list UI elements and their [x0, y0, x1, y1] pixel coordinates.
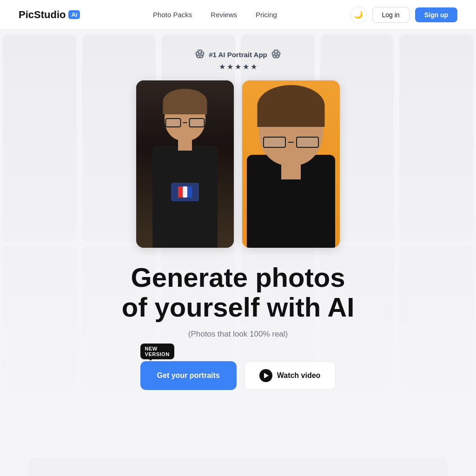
nav-pricing[interactable]: Pricing: [256, 11, 277, 19]
original-portrait-card: Original: [136, 80, 234, 248]
moon-icon: 🌙: [354, 10, 363, 19]
laurel-right-icon: 🏵: [271, 48, 281, 60]
stats-section: 3M+ photos generated ★ ★ ★ ★ ★ A B C D P…: [28, 457, 448, 476]
watch-video-button[interactable]: Watch video: [244, 361, 336, 390]
star-5: ★: [251, 62, 257, 71]
watch-video-label: Watch video: [277, 371, 321, 380]
award-stars: ★ ★ ★ ★ ★: [219, 62, 257, 71]
logo[interactable]: PicStudio Ai: [19, 9, 80, 21]
logo-text: PicStudio: [19, 9, 66, 21]
logo-ai-badge: Ai: [68, 10, 80, 19]
nav-actions: 🌙 Log in Sign up: [350, 7, 457, 23]
hero-section: 🏵 #1 AI Portrait App 🏵 ★ ★ ★ ★ ★: [0, 30, 476, 457]
stats-left: 3M+ photos generated ★ ★ ★ ★ ★ A B C D: [50, 474, 159, 476]
navbar: PicStudio Ai Photo Packs Reviews Pricing…: [0, 0, 476, 30]
nav-links: Photo Packs Reviews Pricing: [153, 11, 277, 19]
hero-content: 🏵 #1 AI Portrait App 🏵 ★ ★ ★ ★ ★: [122, 30, 355, 390]
new-version-badge: NEWVERSION: [140, 344, 174, 359]
hero-title-line2: of yourself with AI: [122, 292, 355, 322]
star-3: ★: [235, 62, 241, 71]
laurel-left-icon: 🏵: [195, 48, 205, 60]
hero-title: Generate photos of yourself with AI: [122, 263, 355, 322]
play-icon: [259, 369, 272, 382]
star-1: ★: [219, 62, 225, 71]
play-triangle-icon: [264, 373, 269, 378]
portrait-comparison: Original: [136, 80, 340, 248]
nav-reviews[interactable]: Reviews: [211, 11, 237, 19]
star-2: ★: [227, 62, 233, 71]
star-4: ★: [243, 62, 249, 71]
ai-portrait-card: AI Generated: [242, 80, 340, 248]
ai-portrait-face: [242, 80, 340, 248]
login-button[interactable]: Log in: [372, 7, 410, 23]
cta-row: NEWVERSION Get your portraits Watch vide…: [140, 361, 336, 390]
hero-subtitle: (Photos that look 100% real): [188, 330, 288, 339]
nav-photo-packs[interactable]: Photo Packs: [153, 11, 192, 19]
get-portraits-button[interactable]: Get your portraits: [140, 361, 237, 390]
signup-button[interactable]: Sign up: [415, 7, 457, 22]
award-text-label: #1 AI Portrait App: [209, 51, 267, 59]
photos-count: 3M+ photos generated: [50, 474, 159, 476]
award-badge: 🏵 #1 AI Portrait App 🏵 ★ ★ ★ ★ ★: [195, 48, 281, 71]
theme-toggle-button[interactable]: 🌙: [350, 7, 367, 23]
original-portrait-face: [136, 80, 234, 248]
hero-title-line1: Generate photos: [131, 262, 345, 292]
